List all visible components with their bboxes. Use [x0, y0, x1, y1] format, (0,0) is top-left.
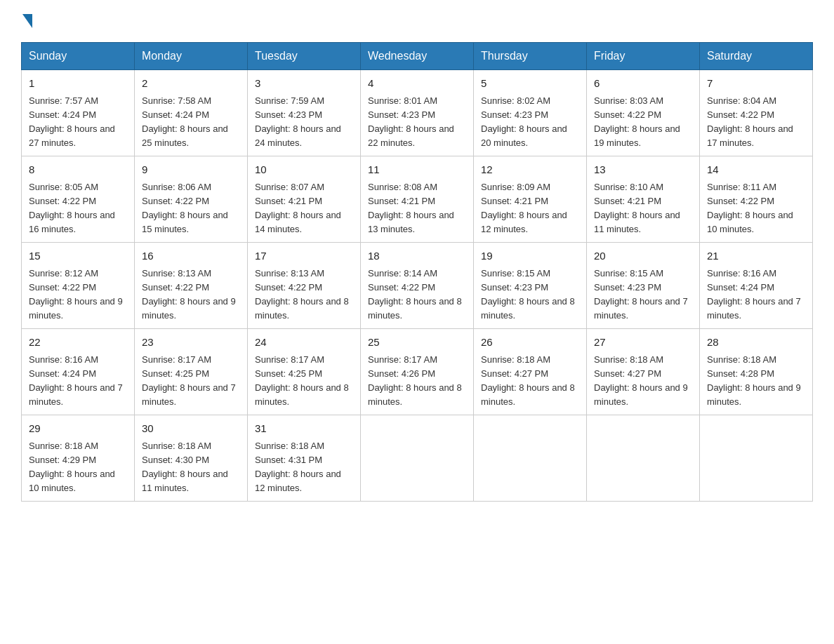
- day-number: 19: [481, 248, 579, 264]
- day-number: 2: [142, 76, 240, 92]
- day-info: Sunrise: 8:11 AMSunset: 4:22 PMDaylight:…: [707, 180, 805, 237]
- day-number: 4: [368, 76, 466, 92]
- day-info: Sunrise: 8:13 AMSunset: 4:22 PMDaylight:…: [255, 267, 353, 323]
- day-number: 31: [255, 421, 353, 437]
- table-row: 1Sunrise: 7:57 AMSunset: 4:24 PMDaylight…: [22, 70, 135, 156]
- day-info: Sunrise: 8:18 AMSunset: 4:31 PMDaylight:…: [255, 439, 353, 496]
- day-info: Sunrise: 8:18 AMSunset: 4:30 PMDaylight:…: [142, 439, 240, 496]
- day-info: Sunrise: 8:10 AMSunset: 4:21 PMDaylight:…: [594, 180, 692, 237]
- table-row: 12Sunrise: 8:09 AMSunset: 4:21 PMDayligh…: [474, 156, 587, 243]
- day-info: Sunrise: 8:08 AMSunset: 4:21 PMDaylight:…: [368, 180, 466, 237]
- calendar-week-5: 29Sunrise: 8:18 AMSunset: 4:29 PMDayligh…: [22, 415, 813, 502]
- day-info: Sunrise: 8:15 AMSunset: 4:23 PMDaylight:…: [594, 267, 692, 323]
- day-info: Sunrise: 8:18 AMSunset: 4:28 PMDaylight:…: [707, 353, 805, 410]
- calendar-header-thursday: Thursday: [474, 43, 587, 70]
- table-row: 2Sunrise: 7:58 AMSunset: 4:24 PMDaylight…: [135, 70, 248, 156]
- day-number: 3: [255, 76, 353, 92]
- calendar-body: 1Sunrise: 7:57 AMSunset: 4:24 PMDaylight…: [22, 70, 813, 502]
- day-number: 20: [594, 248, 692, 264]
- day-info: Sunrise: 7:57 AMSunset: 4:24 PMDaylight:…: [29, 94, 127, 151]
- day-number: 16: [142, 248, 240, 264]
- table-row: 15Sunrise: 8:12 AMSunset: 4:22 PMDayligh…: [22, 243, 135, 329]
- calendar-week-2: 8Sunrise: 8:05 AMSunset: 4:22 PMDaylight…: [22, 156, 813, 243]
- table-row: 4Sunrise: 8:01 AMSunset: 4:23 PMDaylight…: [361, 70, 474, 156]
- day-number: 26: [481, 335, 579, 351]
- calendar-header-wednesday: Wednesday: [361, 43, 474, 70]
- day-info: Sunrise: 7:59 AMSunset: 4:23 PMDaylight:…: [255, 94, 353, 151]
- day-number: 21: [707, 248, 805, 264]
- table-row: 28Sunrise: 8:18 AMSunset: 4:28 PMDayligh…: [700, 329, 813, 415]
- day-number: 25: [368, 335, 466, 351]
- table-row: 20Sunrise: 8:15 AMSunset: 4:23 PMDayligh…: [587, 243, 700, 329]
- day-info: Sunrise: 8:17 AMSunset: 4:25 PMDaylight:…: [255, 353, 353, 410]
- day-number: 1: [29, 76, 127, 92]
- calendar-week-3: 15Sunrise: 8:12 AMSunset: 4:22 PMDayligh…: [22, 243, 813, 329]
- table-row: 6Sunrise: 8:03 AMSunset: 4:22 PMDaylight…: [587, 70, 700, 156]
- calendar-header-row: SundayMondayTuesdayWednesdayThursdayFrid…: [22, 43, 813, 70]
- day-number: 7: [707, 76, 805, 92]
- day-info: Sunrise: 8:18 AMSunset: 4:29 PMDaylight:…: [29, 439, 127, 496]
- day-info: Sunrise: 8:01 AMSunset: 4:23 PMDaylight:…: [368, 94, 466, 151]
- table-row: [700, 415, 813, 502]
- day-number: 24: [255, 335, 353, 351]
- day-number: 9: [142, 162, 240, 178]
- table-row: 16Sunrise: 8:13 AMSunset: 4:22 PMDayligh…: [135, 243, 248, 329]
- day-info: Sunrise: 8:18 AMSunset: 4:27 PMDaylight:…: [481, 353, 579, 410]
- day-number: 10: [255, 162, 353, 178]
- day-number: 15: [29, 248, 127, 264]
- day-number: 5: [481, 76, 579, 92]
- day-info: Sunrise: 8:09 AMSunset: 4:21 PMDaylight:…: [481, 180, 579, 237]
- table-row: 5Sunrise: 8:02 AMSunset: 4:23 PMDaylight…: [474, 70, 587, 156]
- day-number: 30: [142, 421, 240, 437]
- table-row: 22Sunrise: 8:16 AMSunset: 4:24 PMDayligh…: [22, 329, 135, 415]
- logo-arrow-icon: [22, 14, 32, 28]
- day-number: 14: [707, 162, 805, 178]
- day-info: Sunrise: 8:03 AMSunset: 4:22 PMDaylight:…: [594, 94, 692, 151]
- table-row: 31Sunrise: 8:18 AMSunset: 4:31 PMDayligh…: [248, 415, 361, 502]
- table-row: 13Sunrise: 8:10 AMSunset: 4:21 PMDayligh…: [587, 156, 700, 243]
- day-number: 17: [255, 248, 353, 264]
- day-info: Sunrise: 8:04 AMSunset: 4:22 PMDaylight:…: [707, 94, 805, 151]
- day-number: 8: [29, 162, 127, 178]
- day-info: Sunrise: 8:14 AMSunset: 4:22 PMDaylight:…: [368, 267, 466, 323]
- day-info: Sunrise: 8:15 AMSunset: 4:23 PMDaylight:…: [481, 267, 579, 323]
- day-number: 27: [594, 335, 692, 351]
- day-number: 28: [707, 335, 805, 351]
- calendar-header-saturday: Saturday: [700, 43, 813, 70]
- day-number: 29: [29, 421, 127, 437]
- day-number: 11: [368, 162, 466, 178]
- calendar-header-monday: Monday: [135, 43, 248, 70]
- day-info: Sunrise: 8:07 AMSunset: 4:21 PMDaylight:…: [255, 180, 353, 237]
- table-row: [474, 415, 587, 502]
- table-row: 25Sunrise: 8:17 AMSunset: 4:26 PMDayligh…: [361, 329, 474, 415]
- day-info: Sunrise: 8:02 AMSunset: 4:23 PMDaylight:…: [481, 94, 579, 151]
- table-row: 18Sunrise: 8:14 AMSunset: 4:22 PMDayligh…: [361, 243, 474, 329]
- table-row: 11Sunrise: 8:08 AMSunset: 4:21 PMDayligh…: [361, 156, 474, 243]
- day-info: Sunrise: 8:12 AMSunset: 4:22 PMDaylight:…: [29, 267, 127, 323]
- day-info: Sunrise: 8:06 AMSunset: 4:22 PMDaylight:…: [142, 180, 240, 237]
- table-row: 23Sunrise: 8:17 AMSunset: 4:25 PMDayligh…: [135, 329, 248, 415]
- table-row: 27Sunrise: 8:18 AMSunset: 4:27 PMDayligh…: [587, 329, 700, 415]
- day-number: 12: [481, 162, 579, 178]
- day-info: Sunrise: 8:17 AMSunset: 4:25 PMDaylight:…: [142, 353, 240, 410]
- calendar-header-tuesday: Tuesday: [248, 43, 361, 70]
- table-row: 9Sunrise: 8:06 AMSunset: 4:22 PMDaylight…: [135, 156, 248, 243]
- table-row: 10Sunrise: 8:07 AMSunset: 4:21 PMDayligh…: [248, 156, 361, 243]
- table-row: 26Sunrise: 8:18 AMSunset: 4:27 PMDayligh…: [474, 329, 587, 415]
- table-row: 29Sunrise: 8:18 AMSunset: 4:29 PMDayligh…: [22, 415, 135, 502]
- day-info: Sunrise: 8:16 AMSunset: 4:24 PMDaylight:…: [29, 353, 127, 410]
- table-row: [361, 415, 474, 502]
- table-row: 3Sunrise: 7:59 AMSunset: 4:23 PMDaylight…: [248, 70, 361, 156]
- day-number: 23: [142, 335, 240, 351]
- day-number: 6: [594, 76, 692, 92]
- day-info: Sunrise: 7:58 AMSunset: 4:24 PMDaylight:…: [142, 94, 240, 151]
- calendar-header-friday: Friday: [587, 43, 700, 70]
- day-info: Sunrise: 8:16 AMSunset: 4:24 PMDaylight:…: [707, 267, 805, 323]
- day-info: Sunrise: 8:17 AMSunset: 4:26 PMDaylight:…: [368, 353, 466, 410]
- table-row: 21Sunrise: 8:16 AMSunset: 4:24 PMDayligh…: [700, 243, 813, 329]
- day-info: Sunrise: 8:13 AMSunset: 4:22 PMDaylight:…: [142, 267, 240, 323]
- table-row: 24Sunrise: 8:17 AMSunset: 4:25 PMDayligh…: [248, 329, 361, 415]
- table-row: 8Sunrise: 8:05 AMSunset: 4:22 PMDaylight…: [22, 156, 135, 243]
- calendar-week-4: 22Sunrise: 8:16 AMSunset: 4:24 PMDayligh…: [22, 329, 813, 415]
- day-info: Sunrise: 8:05 AMSunset: 4:22 PMDaylight:…: [29, 180, 127, 237]
